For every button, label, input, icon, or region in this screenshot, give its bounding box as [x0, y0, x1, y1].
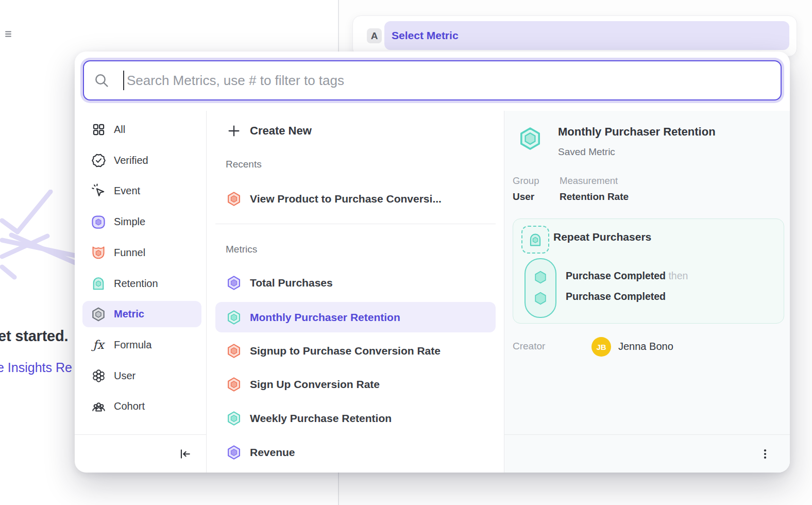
metric-item-label: Sign Up Conversion Rate: [250, 378, 380, 391]
metric-item-total-purchases[interactable]: Total Purchases: [215, 268, 496, 298]
definition-card: Repeat Purchasers Purchase Completed the…: [513, 218, 784, 324]
definition-step-2: Purchase Completed: [566, 291, 666, 304]
sidebar-item-simple[interactable]: Simple: [82, 209, 201, 235]
simple-hexagon-icon: [91, 214, 106, 230]
recent-item[interactable]: View Product to Purchase Conversi...: [215, 183, 496, 214]
definition-step-1: Purchase Completed then: [566, 270, 688, 283]
metric-item-weekly-purchase-retention[interactable]: Weekly Purchase Retention: [215, 403, 496, 434]
metric-item-label: Monthly Purchaser Retention: [250, 311, 400, 324]
metric-item-label: Total Purchases: [250, 277, 333, 289]
search-icon: [93, 72, 110, 89]
funnel-hexagon-icon: [91, 245, 106, 260]
grid-icon: [91, 122, 106, 138]
sidebar-item-label: Formula: [114, 339, 151, 351]
definition-name: Repeat Purchasers: [553, 231, 651, 243]
sidebar-item-label: Cohort: [114, 400, 145, 412]
metric-item-label: Weekly Purchase Retention: [250, 412, 392, 425]
sidebar-item-label: Event: [114, 185, 140, 197]
detail-footer: [504, 434, 790, 473]
sidebar-item-formula[interactable]: ƒx Formula: [82, 332, 201, 358]
creator-label: Creator: [513, 341, 545, 352]
metric-hexagon-icon: [91, 307, 106, 322]
drag-handle-icon[interactable]: [4, 30, 12, 40]
event-cursor-icon: [91, 183, 106, 199]
hexagon-teal-icon: [226, 309, 242, 326]
background-insights-link[interactable]: e Insights Re: [0, 360, 72, 375]
metric-picker-modal: All Verified Event: [75, 52, 790, 473]
sidebar-item-label: Retention: [114, 278, 158, 290]
recent-item-label: View Product to Purchase Conversi...: [250, 193, 442, 205]
search-box: [83, 60, 782, 100]
cohort-people-icon: [91, 399, 106, 414]
step-connector: then: [668, 270, 688, 281]
metric-item-signup-to-purchase[interactable]: Signup to Purchase Conversion Rate: [215, 336, 496, 366]
metric-item-label: Revenue: [250, 446, 295, 459]
background-heading: et started.: [0, 328, 68, 345]
metric-list: Create New Recents View Product to Purch…: [206, 111, 504, 473]
text-caret: [123, 71, 124, 90]
detail-type: Saved Metric: [558, 146, 615, 158]
detail-title: Monthly Purchaser Retention: [558, 125, 716, 139]
saved-metric-hexagon-icon: [518, 126, 543, 154]
retention-definition-icon: [521, 226, 549, 254]
recents-header: Recents: [226, 159, 262, 170]
step-hexagon-icon: [533, 290, 548, 307]
search-input[interactable]: [126, 72, 770, 89]
decorative-chart-lines: [0, 190, 77, 280]
select-metric-button[interactable]: Select Metric: [384, 21, 789, 50]
metric-item-revenue[interactable]: Revenue: [215, 437, 496, 468]
steps-capsule: [525, 258, 556, 318]
plus-icon: [226, 123, 242, 139]
hexagon-orange-icon: [226, 342, 242, 360]
metric-detail-panel: Monthly Purchaser Retention Saved Metric…: [504, 111, 790, 473]
creator-avatar: JB: [591, 337, 611, 357]
hexagon-orange-icon: [226, 376, 242, 393]
sidebar-item-verified[interactable]: Verified: [82, 147, 201, 174]
measurement-label: Measurement: [560, 175, 618, 187]
category-sidebar: All Verified Event: [75, 111, 206, 473]
sidebar-item-label: Funnel: [114, 247, 145, 259]
user-cluster-icon: [91, 368, 106, 383]
metric-item-monthly-purchaser-retention[interactable]: Monthly Purchaser Retention: [215, 302, 496, 332]
verified-badge-icon: [91, 153, 106, 168]
sidebar-item-retention[interactable]: Retention: [82, 271, 201, 297]
hexagon-orange-icon: [226, 190, 242, 208]
sidebar-item-label: Simple: [114, 216, 145, 228]
sidebar-item-metric[interactable]: Metric: [82, 301, 201, 327]
create-new-button[interactable]: Create New: [215, 117, 496, 145]
creator-name: Jenna Bono: [618, 341, 673, 352]
sidebar-item-label: Metric: [114, 308, 144, 320]
sidebar-item-user[interactable]: User: [82, 363, 201, 389]
select-metric-label: Select Metric: [392, 29, 459, 42]
sidebar-item-label: Verified: [114, 155, 148, 166]
list-divider: [215, 224, 496, 224]
hexagon-teal-icon: [226, 410, 242, 427]
hexagon-purple-icon: [226, 444, 242, 461]
app-background: et started. e Insights Re A Select Metri…: [0, 0, 812, 505]
hexagon-purple-icon: [226, 274, 242, 292]
sidebar-item-label: All: [114, 124, 125, 136]
metric-item-label: Signup to Purchase Conversion Rate: [250, 345, 441, 357]
collapse-left-icon[interactable]: [177, 446, 193, 462]
create-new-label: Create New: [250, 124, 312, 138]
measurement-value: Retention Rate: [560, 191, 629, 203]
group-label: Group: [513, 175, 539, 187]
metrics-header: Metrics: [226, 244, 257, 255]
sidebar-item-cohort[interactable]: Cohort: [82, 393, 201, 419]
sidebar-item-event[interactable]: Event: [82, 178, 201, 204]
more-options-icon[interactable]: [757, 446, 773, 462]
metric-item-signup-conversion[interactable]: Sign Up Conversion Rate: [215, 369, 496, 400]
sidebar-item-all[interactable]: All: [82, 116, 201, 143]
formula-fx-icon: ƒx: [91, 337, 106, 352]
step-hexagon-icon: [533, 269, 548, 285]
group-value: User: [513, 191, 534, 203]
sidebar-item-label: User: [114, 370, 136, 382]
series-a-badge: A: [367, 28, 382, 43]
retention-arch-icon: [91, 276, 106, 291]
sidebar-item-funnel[interactable]: Funnel: [82, 240, 201, 266]
sidebar-footer: [75, 434, 206, 473]
